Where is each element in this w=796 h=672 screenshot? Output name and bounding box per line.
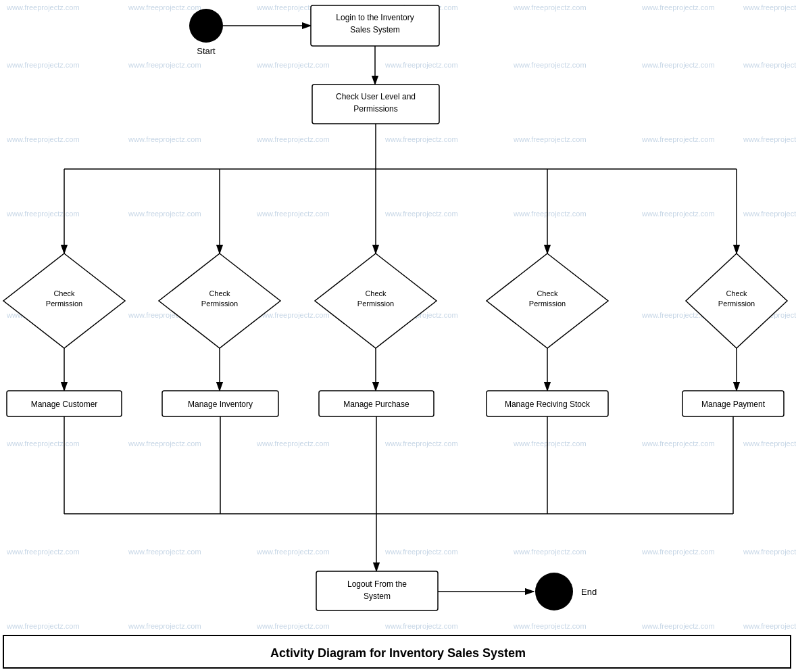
svg-text:Sales System: Sales System	[350, 25, 399, 34]
svg-text:www.freeprojectz.com: www.freeprojectz.com	[256, 135, 330, 143]
svg-text:www.freeprojectz.com: www.freeprojectz.com	[6, 210, 80, 218]
svg-text:www.freeprojectz.com: www.freeprojectz.com	[743, 210, 796, 218]
svg-text:www.freeprojectz.com: www.freeprojectz.com	[641, 622, 715, 630]
start-circle	[189, 9, 223, 43]
svg-text:www.freeprojectz.com: www.freeprojectz.com	[128, 622, 201, 630]
svg-text:Manage Inventory: Manage Inventory	[188, 400, 253, 409]
svg-text:www.freeprojectz.com: www.freeprojectz.com	[128, 439, 201, 448]
svg-text:www.freeprojectz.com: www.freeprojectz.com	[6, 3, 80, 11]
svg-text:www.freeprojectz.com: www.freeprojectz.com	[6, 135, 80, 143]
svg-text:www.freeprojectz.com: www.freeprojectz.com	[743, 3, 796, 11]
svg-text:www.freeprojectz.com: www.freeprojectz.com	[641, 61, 715, 69]
svg-text:www.freeprojectz.com: www.freeprojectz.com	[128, 548, 201, 556]
svg-text:www.freeprojectz.com: www.freeprojectz.com	[743, 548, 796, 556]
svg-text:Manage Customer: Manage Customer	[31, 400, 98, 409]
svg-text:Login to the Inventory: Login to the Inventory	[336, 13, 414, 22]
svg-text:Check: Check	[209, 289, 230, 297]
svg-text:www.freeprojectz.com: www.freeprojectz.com	[641, 439, 715, 448]
svg-text:System: System	[364, 592, 391, 601]
svg-text:www.freeprojectz.com: www.freeprojectz.com	[128, 210, 201, 218]
svg-text:Check: Check	[53, 289, 75, 297]
svg-text:End: End	[581, 587, 597, 597]
svg-text:Activity Diagram for Inventory: Activity Diagram for Inventory Sales Sys…	[270, 646, 526, 660]
svg-text:www.freeprojectz.com: www.freeprojectz.com	[128, 61, 201, 69]
svg-text:www.freeprojectz.com: www.freeprojectz.com	[256, 311, 330, 319]
svg-text:www.freeprojectz.com: www.freeprojectz.com	[513, 135, 587, 143]
svg-text:www.freeprojectz.com: www.freeprojectz.com	[384, 135, 458, 143]
svg-rect-108	[316, 571, 438, 610]
start-label: Start	[197, 46, 216, 56]
svg-text:www.freeprojectz.com: www.freeprojectz.com	[384, 548, 458, 556]
svg-text:www.freeprojectz.com: www.freeprojectz.com	[743, 439, 796, 448]
svg-text:Permission: Permission	[201, 299, 238, 308]
svg-text:www.freeprojectz.com: www.freeprojectz.com	[256, 439, 330, 448]
svg-text:www.freeprojectz.com: www.freeprojectz.com	[641, 548, 715, 556]
svg-text:www.freeprojectz.com: www.freeprojectz.com	[256, 622, 330, 630]
svg-text:www.freeprojectz.com: www.freeprojectz.com	[6, 439, 80, 448]
svg-text:www.freeprojectz.com: www.freeprojectz.com	[513, 3, 587, 11]
svg-text:Manage Payment: Manage Payment	[701, 400, 766, 409]
svg-text:www.freeprojectz.com: www.freeprojectz.com	[384, 622, 458, 630]
svg-text:www.freeprojectz.com: www.freeprojectz.com	[128, 135, 201, 143]
svg-text:Permission: Permission	[529, 299, 566, 308]
svg-text:www.freeprojectz.com: www.freeprojectz.com	[641, 210, 715, 218]
svg-text:www.freeprojectz.com: www.freeprojectz.com	[641, 135, 715, 143]
svg-text:www.freeprojectz.com: www.freeprojectz.com	[384, 439, 458, 448]
end-circle	[535, 573, 573, 610]
svg-text:Check: Check	[537, 289, 558, 297]
svg-text:www.freeprojectz.com: www.freeprojectz.com	[513, 210, 587, 218]
svg-text:Permission: Permission	[718, 299, 755, 308]
svg-text:www.freeprojectz.com: www.freeprojectz.com	[513, 548, 587, 556]
svg-text:www.freeprojectz.com: www.freeprojectz.com	[384, 210, 458, 218]
activity-diagram: www.freeprojectz.com www.freeprojectz.co…	[0, 0, 796, 672]
svg-text:www.freeprojectz.com: www.freeprojectz.com	[256, 210, 330, 218]
svg-text:Logout From the: Logout From the	[347, 579, 407, 589]
svg-text:Manage Purchase: Manage Purchase	[343, 400, 409, 409]
svg-text:www.freeprojectz.com: www.freeprojectz.com	[6, 622, 80, 630]
svg-text:www.freeprojectz.com: www.freeprojectz.com	[128, 3, 201, 11]
svg-text:Check: Check	[365, 289, 387, 297]
svg-text:www.freeprojectz.com: www.freeprojectz.com	[743, 135, 796, 143]
svg-text:www.freeprojectz.com: www.freeprojectz.com	[256, 548, 330, 556]
svg-text:www.freeprojectz.com: www.freeprojectz.com	[6, 61, 80, 69]
svg-text:Check: Check	[726, 289, 747, 297]
svg-text:Check User Level and: Check User Level and	[336, 92, 416, 101]
svg-text:Manage Reciving Stock: Manage Reciving Stock	[505, 400, 591, 409]
svg-text:www.freeprojectz.com: www.freeprojectz.com	[513, 622, 587, 630]
svg-text:www.freeprojectz.com: www.freeprojectz.com	[384, 61, 458, 69]
svg-text:www.freeprojectz.com: www.freeprojectz.com	[256, 61, 330, 69]
svg-text:Permissions: Permissions	[353, 104, 397, 114]
svg-text:www.freeprojectz.com: www.freeprojectz.com	[513, 439, 587, 448]
svg-text:Permission: Permission	[357, 299, 394, 308]
svg-text:www.freeprojectz.com: www.freeprojectz.com	[743, 622, 796, 630]
svg-text:www.freeprojectz.com: www.freeprojectz.com	[641, 3, 715, 11]
svg-text:Permission: Permission	[46, 299, 82, 308]
svg-text:www.freeprojectz.com: www.freeprojectz.com	[743, 61, 796, 69]
svg-text:www.freeprojectz.com: www.freeprojectz.com	[6, 548, 80, 556]
svg-text:www.freeprojectz.com: www.freeprojectz.com	[513, 61, 587, 69]
